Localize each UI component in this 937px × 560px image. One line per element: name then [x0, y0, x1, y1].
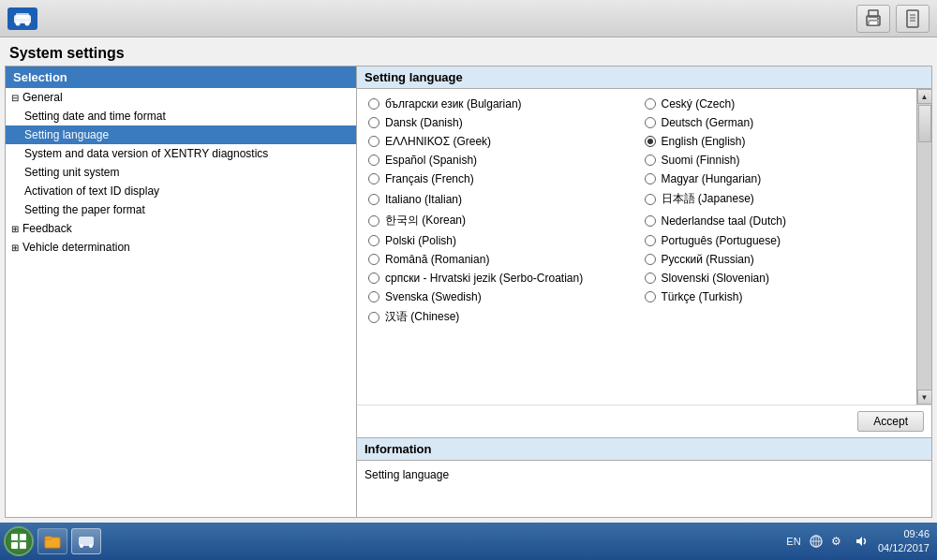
info-header: Information: [357, 438, 931, 461]
network-icon: [807, 532, 825, 551]
lang-item-16[interactable]: Română (Romanian): [361, 250, 637, 269]
radio-5: [645, 136, 656, 147]
radio-12: [368, 215, 379, 227]
left-panel: Selection ⊟GeneralSetting date and time …: [6, 66, 357, 517]
selection-header: Selection: [6, 66, 356, 88]
lang-item-22[interactable]: 汉语 (Chinese): [361, 306, 637, 328]
tree-item-date-time[interactable]: Setting date and time format: [6, 107, 356, 125]
radio-17: [645, 254, 656, 265]
svg-point-20: [89, 544, 93, 548]
radio-9: [645, 173, 656, 184]
lang-item-15[interactable]: Português (Portuguese): [637, 231, 914, 250]
radio-0: [368, 98, 379, 110]
svg-rect-15: [20, 542, 26, 549]
radio-2: [368, 117, 379, 128]
tree-item-general[interactable]: ⊟General: [6, 88, 356, 107]
content-area: Selection ⊟GeneralSetting date and time …: [5, 66, 932, 518]
svg-rect-13: [20, 534, 26, 540]
lang-item-21[interactable]: Türkçe (Turkish): [637, 287, 914, 306]
start-button[interactable]: [4, 526, 34, 556]
lang-item-1[interactable]: Ceský (Czech): [637, 95, 914, 113]
lang-item-4[interactable]: ΕΛΛΗΝΙΚΟΣ (Greek): [361, 132, 637, 151]
tree-item-feedback[interactable]: ⊞Feedback: [6, 219, 356, 238]
svg-rect-8: [907, 10, 918, 27]
taskbar-right: EN ⚙ 09:46 04/12/2017: [784, 527, 933, 556]
print-button[interactable]: [856, 5, 890, 33]
app-logo: [7, 7, 37, 30]
accept-row: Accept: [357, 405, 931, 437]
tree-item-xentry[interactable]: System and data version of XENTRY diagno…: [6, 144, 356, 163]
tree-item-unit[interactable]: Setting unit system: [6, 163, 356, 182]
lang-item-5[interactable]: English (English): [637, 132, 914, 151]
lang-item-13[interactable]: Nederlandse taal (Dutch): [637, 210, 914, 231]
radio-14: [368, 235, 379, 246]
info-content: Setting language: [357, 461, 931, 517]
titlebar-actions: [856, 5, 930, 33]
lang-item-18[interactable]: српски - Hrvatski jezik (Serbo-Croatian): [361, 269, 637, 287]
tree-item-textid[interactable]: Activation of text ID display: [6, 182, 356, 200]
scrollbar[interactable]: ▲ ▼: [916, 89, 931, 405]
lang-item-2[interactable]: Dansk (Danish): [361, 113, 637, 132]
radio-4: [368, 136, 379, 147]
scroll-up[interactable]: ▲: [917, 89, 932, 104]
scroll-down[interactable]: ▼: [917, 390, 932, 405]
svg-rect-6: [869, 21, 878, 25]
taskbar: EN ⚙ 09:46 04/12/2017: [0, 523, 937, 560]
lang-item-17[interactable]: Русский (Russian): [637, 250, 914, 269]
lang-item-8[interactable]: Français (French): [361, 169, 637, 188]
lang-indicator: EN: [784, 532, 803, 551]
file-explorer-taskbar[interactable]: [37, 528, 67, 554]
radio-10: [368, 194, 379, 205]
scroll-track: [917, 104, 932, 390]
radio-8: [368, 173, 379, 184]
clock: 09:46 04/12/2017: [874, 527, 933, 556]
svg-text:⚙: ⚙: [831, 535, 841, 548]
svg-rect-12: [11, 534, 18, 540]
lang-item-20[interactable]: Svenska (Swedish): [361, 287, 637, 306]
lang-item-7[interactable]: Suomi (Finnish): [637, 151, 914, 169]
radio-21: [645, 291, 656, 302]
svg-marker-26: [856, 537, 862, 546]
svg-rect-3: [16, 13, 29, 19]
svg-rect-14: [11, 542, 18, 549]
document-button[interactable]: [896, 5, 930, 33]
radio-22: [368, 312, 379, 323]
lang-item-6[interactable]: Español (Spanish): [361, 151, 637, 169]
radio-20: [368, 291, 379, 302]
tree-item-language[interactable]: Setting language: [6, 125, 356, 144]
lang-item-10[interactable]: Italiano (Italian): [361, 188, 637, 210]
svg-point-2: [25, 21, 30, 25]
lang-item-12[interactable]: 한국의 (Korean): [361, 210, 637, 231]
svg-point-1: [16, 21, 21, 25]
lang-item-11[interactable]: 日本語 (Japanese): [637, 188, 914, 210]
lang-item-19[interactable]: Slovenski (Slovenian): [637, 269, 914, 287]
radio-18: [368, 273, 379, 284]
lang-item-9[interactable]: Magyar (Hungarian): [637, 169, 914, 188]
language-grid: български език (Bulgarian)Ceský (Czech)D…: [357, 89, 916, 405]
radio-11: [645, 194, 656, 205]
svg-point-19: [80, 544, 83, 548]
xentry-taskbar[interactable]: [71, 528, 101, 554]
radio-15: [645, 235, 656, 246]
system-icon: ⚙: [829, 532, 848, 551]
lang-item-14[interactable]: Polski (Polish): [361, 231, 637, 250]
lang-item-0[interactable]: български език (Bulgarian): [361, 95, 637, 113]
radio-7: [645, 155, 656, 166]
tree-item-vehicle[interactable]: ⊞Vehicle determination: [6, 238, 356, 257]
svg-rect-17: [45, 537, 52, 539]
info-section: Information Setting language: [357, 437, 931, 517]
lang-item-3[interactable]: Deutsch (German): [637, 113, 914, 132]
radio-19: [645, 273, 656, 284]
radio-1: [645, 98, 656, 110]
main-content: System settings Selection ⊟GeneralSettin…: [0, 37, 937, 523]
titlebar: [0, 0, 937, 37]
radio-6: [368, 155, 379, 166]
radio-3: [645, 117, 656, 128]
scroll-thumb[interactable]: [918, 105, 931, 142]
tree-item-paper[interactable]: Setting the paper format: [6, 200, 356, 219]
radio-16: [368, 254, 379, 265]
svg-point-7: [877, 18, 879, 20]
right-panel-header: Setting language: [357, 66, 931, 89]
accept-button[interactable]: Accept: [857, 411, 924, 432]
page-title: System settings: [0, 37, 937, 66]
